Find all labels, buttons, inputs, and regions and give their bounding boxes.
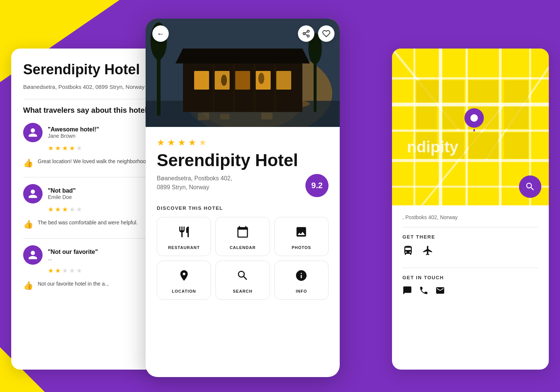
svg-rect-15 <box>274 63 276 112</box>
search-label: SEARCH <box>233 289 252 293</box>
reviewer-name-3: ... <box>48 255 98 261</box>
svg-rect-12 <box>213 63 214 112</box>
person-icon-3 <box>28 250 38 260</box>
svg-rect-54 <box>504 106 528 129</box>
svg-point-20 <box>221 75 227 86</box>
rating-star-5: ★ <box>199 137 207 148</box>
svg-rect-14 <box>254 63 255 112</box>
svg-rect-9 <box>235 71 250 90</box>
svg-rect-48 <box>442 106 464 129</box>
star-3-1: ★ <box>48 267 54 275</box>
map-divider-1 <box>402 227 538 227</box>
svg-rect-47 <box>416 106 437 129</box>
email-icon[interactable] <box>435 286 445 298</box>
stars-row-3: ★ ★ ★ ★ ★ <box>48 267 156 275</box>
svg-marker-6 <box>175 49 310 63</box>
card-map: ndipity , Postboks 402, Norway GET THERE <box>392 49 549 370</box>
restaurant-label: RESTAURANT <box>168 245 200 250</box>
favorite-button[interactable] <box>318 25 335 42</box>
review-text-row-2: 👍 The bed was comfortable and were helpf… <box>23 218 156 229</box>
reviewer-avatar-1 <box>23 123 43 142</box>
svg-rect-22 <box>198 113 209 120</box>
svg-rect-45 <box>442 80 464 103</box>
reviewer-row-2: "Not bad" Emile Doe <box>23 184 156 203</box>
location-marker-icon <box>464 108 484 131</box>
feature-photos[interactable]: PHOTOS <box>274 217 329 256</box>
feature-location[interactable]: LOCATION <box>157 261 211 300</box>
search-feature-icon <box>236 269 249 284</box>
star-1-1: ★ <box>48 144 54 152</box>
cards-container: Serendipity Hotel Bøanedsetra, Postboks … <box>0 0 560 392</box>
star-2-1: ★ <box>48 205 54 214</box>
stars-row-1: ★ ★ ★ ★ ★ <box>48 144 156 152</box>
reviewer-row-1: "Awesome hotel!" Jane Brown <box>23 123 156 142</box>
review-item-3: "Not our favorite" ... ★ ★ ★ ★ ★ 👍 Not o… <box>23 245 156 290</box>
feature-calendar[interactable]: CALENDAR <box>215 217 270 256</box>
hotel-image: ← <box>146 19 340 127</box>
card-reviews: Serendipity Hotel Bøanedsetra, Postboks … <box>11 49 168 370</box>
thumbs-up-icon-3: 👍 <box>23 281 33 290</box>
reviewer-avatar-3 <box>23 245 43 265</box>
map-hotel-label: ndipity <box>407 138 458 156</box>
svg-rect-55 <box>504 133 528 159</box>
card-main: ← ★ ★ ★ ★ ★ Serendipit <box>146 19 340 377</box>
review-text-3: Not our favorite hotel in the a... <box>38 280 109 288</box>
reviewer-name-2: Emile Doe <box>48 194 76 200</box>
star-1-4: ★ <box>69 144 75 152</box>
review-quote-2: "Not bad" <box>48 187 76 194</box>
feature-search[interactable]: SEARCH <box>215 261 270 300</box>
hotel-name-left: Serendipity Hotel <box>23 62 156 78</box>
divider-3 <box>23 238 156 239</box>
star-1-3: ★ <box>62 144 68 152</box>
share-button[interactable] <box>298 25 314 42</box>
reviewer-info-3: "Not our favorite" ... <box>48 249 98 261</box>
map-address-partial: , Postboks 402, Norway <box>402 214 538 220</box>
feature-restaurant[interactable]: RESTAURANT <box>157 217 211 256</box>
svg-line-29 <box>305 32 307 33</box>
map-search-button[interactable] <box>519 175 541 198</box>
reviewer-info-1: "Awesome hotel!" Jane Brown <box>48 126 99 139</box>
svg-point-27 <box>307 35 309 37</box>
location-label: LOCATION <box>172 289 196 293</box>
svg-rect-23 <box>220 114 230 119</box>
hotel-address-center: Bøanedsetra, Postboks 402, 0899 Stryn, N… <box>157 174 299 192</box>
reviewer-avatar-2 <box>23 184 43 203</box>
svg-rect-44 <box>416 80 439 103</box>
review-item-2: "Not bad" Emile Doe ★ ★ ★ ★ ★ 👍 The bed … <box>23 184 156 229</box>
person-icon-2 <box>28 189 38 199</box>
map-divider-2 <box>402 268 538 268</box>
phone-icon[interactable] <box>419 286 429 298</box>
rating-star-1: ★ <box>157 137 165 148</box>
discover-label: DISCOVER THIS HOTEL <box>157 205 329 211</box>
score-badge: 9.2 <box>305 174 329 197</box>
feature-info[interactable]: INFO <box>274 261 329 300</box>
heart-icon <box>322 29 330 38</box>
svg-point-25 <box>307 30 309 32</box>
rating-star-2: ★ <box>167 137 175 148</box>
svg-rect-11 <box>276 71 291 90</box>
hotel-name-center: Serendipity Hotel <box>157 152 329 169</box>
review-quote-3: "Not our favorite" <box>48 249 98 255</box>
stars-row-2: ★ ★ ★ ★ ★ <box>48 205 156 214</box>
svg-point-26 <box>303 32 305 35</box>
star-2-4: ★ <box>69 205 75 214</box>
svg-rect-46 <box>469 80 498 103</box>
get-there-title: GET THERE <box>402 234 538 240</box>
address-score-row: Bøanedsetra, Postboks 402, 0899 Stryn, N… <box>157 174 329 197</box>
chat-icon[interactable] <box>402 286 412 298</box>
star-3-3: ★ <box>62 267 68 275</box>
person-icon-1 <box>28 127 38 138</box>
map-search-icon <box>525 181 535 192</box>
svg-point-21 <box>258 73 264 84</box>
back-button[interactable]: ← <box>152 25 169 42</box>
star-3-2: ★ <box>55 267 61 275</box>
star-3-5: ★ <box>76 267 82 275</box>
divider-2 <box>23 177 156 177</box>
review-text-1: Great location! We loved walk the neighb… <box>38 158 150 165</box>
review-text-row-1: 👍 Great location! We loved walk the neig… <box>23 157 156 168</box>
svg-rect-7 <box>194 71 209 90</box>
star-2-3: ★ <box>62 205 68 214</box>
star-2-5: ★ <box>76 205 82 214</box>
star-1-2: ★ <box>55 144 61 152</box>
restaurant-icon <box>178 225 190 241</box>
